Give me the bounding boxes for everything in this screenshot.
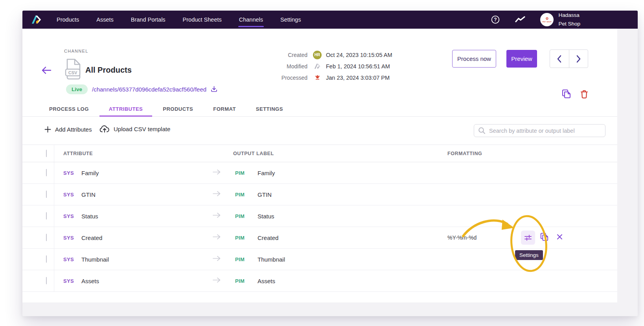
preview-button[interactable]: Preview bbox=[506, 50, 537, 68]
nav-right: ? ✿ PET SHOP Hadassa Pet Shop bbox=[491, 11, 580, 29]
feed-url-link[interactable]: /channels/65377d096cdefa52c9acf560/feed bbox=[92, 86, 206, 93]
tab-products[interactable]: PRODUCTS bbox=[163, 101, 193, 116]
settings-tooltip: Settings bbox=[515, 250, 543, 260]
next-channel-button[interactable] bbox=[569, 50, 588, 68]
meta-row-modified: Modified Feb 1, 2024 10:56:51 AM bbox=[276, 60, 392, 72]
nav-item-product-sheets[interactable]: Product Sheets bbox=[183, 11, 222, 29]
target-tag: PIM bbox=[235, 213, 245, 219]
attribute-name: Family bbox=[81, 170, 99, 176]
petshop-paw-icon: ✿ bbox=[546, 17, 549, 20]
table-row-created: SYS Created PIM Created %Y-%m-%d bbox=[22, 227, 617, 249]
upload-csv-button[interactable]: Upload CSV template bbox=[99, 125, 170, 133]
sliders-icon bbox=[524, 234, 532, 242]
process-now-button[interactable]: Process now bbox=[452, 50, 496, 68]
prev-channel-button[interactable] bbox=[550, 50, 569, 68]
add-attributes-button[interactable]: Add Attributes bbox=[44, 126, 92, 133]
avatar: ✿ PET SHOP bbox=[540, 13, 554, 26]
row-checkbox[interactable] bbox=[46, 234, 47, 241]
table-header: ATTRIBUTE OUTPUT LABEL FORMATTING bbox=[22, 145, 617, 162]
tab-process-log[interactable]: PROCESS LOG bbox=[49, 101, 89, 116]
attributes-table: ATTRIBUTE OUTPUT LABEL FORMATTING SYS Fa… bbox=[22, 145, 617, 292]
app-window: Products Assets Brand Portals Product Sh… bbox=[22, 11, 638, 316]
target-tag: PIM bbox=[235, 256, 245, 262]
badge-row: Live /channels/65377d096cdefa52c9acf560/… bbox=[66, 84, 217, 94]
avatar-label: PET SHOP bbox=[543, 21, 552, 23]
output-label: Family bbox=[258, 170, 275, 176]
meta-value: Feb 1, 2024 10:56:51 AM bbox=[326, 63, 390, 70]
status-badge: Live bbox=[66, 84, 88, 94]
nav-item-assets[interactable]: Assets bbox=[96, 11, 114, 29]
download-icon[interactable] bbox=[211, 86, 217, 94]
source-tag: SYS bbox=[63, 192, 74, 198]
source-tag: SYS bbox=[63, 256, 74, 262]
user-menu[interactable]: ✿ PET SHOP Hadassa Pet Shop bbox=[540, 11, 580, 28]
meta-label: Modified bbox=[276, 63, 307, 70]
channel-pager bbox=[550, 49, 588, 68]
search-input[interactable] bbox=[489, 128, 601, 134]
mapping-arrow-icon bbox=[212, 169, 221, 176]
channel-card: CHANNEL CSV All Products Live /channels/… bbox=[22, 29, 617, 302]
delete-channel-icon[interactable] bbox=[580, 90, 588, 100]
table-row: SYS Assets PIM Assets bbox=[22, 270, 617, 292]
tab-attributes[interactable]: ATTRIBUTES bbox=[109, 101, 143, 116]
target-tag: PIM bbox=[235, 192, 245, 198]
nav-item-channels[interactable]: Channels bbox=[239, 11, 263, 29]
row-checkbox[interactable] bbox=[46, 212, 47, 220]
tab-format[interactable]: FORMAT bbox=[213, 101, 236, 116]
source-tag: SYS bbox=[63, 278, 74, 284]
row-checkbox[interactable] bbox=[46, 277, 47, 284]
attribute-name: Thumbnail bbox=[81, 256, 109, 263]
plus-icon bbox=[44, 126, 51, 133]
output-label: Status bbox=[258, 213, 274, 220]
meta-row-created: Created HR Oct 24, 2023 10:15:05 AM bbox=[276, 49, 392, 60]
add-attributes-label: Add Attributes bbox=[55, 126, 92, 133]
activity-icon[interactable] bbox=[515, 16, 525, 23]
output-label: Assets bbox=[258, 278, 275, 284]
mapping-arrow-icon bbox=[212, 256, 221, 263]
row-duplicate-icon[interactable] bbox=[540, 233, 548, 243]
duplicate-channel-icon[interactable] bbox=[562, 89, 571, 100]
row-checkbox[interactable] bbox=[46, 169, 47, 176]
row-checkbox[interactable] bbox=[46, 255, 47, 263]
tab-settings[interactable]: SETTINGS bbox=[256, 101, 283, 116]
target-tag: PIM bbox=[235, 235, 245, 241]
upload-csv-label: Upload CSV template bbox=[114, 126, 170, 132]
source-tag: SYS bbox=[63, 235, 74, 241]
top-nav: Products Assets Brand Portals Product Sh… bbox=[22, 11, 638, 29]
creator-avatar: HR bbox=[313, 51, 322, 59]
target-tag: PIM bbox=[235, 278, 245, 284]
output-label: GTIN bbox=[258, 191, 272, 198]
back-arrow-icon[interactable] bbox=[41, 66, 52, 76]
target-tag: PIM bbox=[235, 170, 245, 176]
select-all-checkbox[interactable] bbox=[46, 150, 47, 157]
column-header-attribute: ATTRIBUTE bbox=[63, 151, 93, 156]
table-row: SYS GTIN PIM GTIN bbox=[22, 184, 617, 205]
petshop-mini-icon bbox=[312, 75, 322, 81]
nav-item-settings[interactable]: Settings bbox=[280, 11, 301, 29]
username: Hadassa Pet Shop bbox=[558, 11, 580, 28]
attribute-name: Assets bbox=[81, 278, 99, 284]
nav-menu: Products Assets Brand Portals Product Sh… bbox=[57, 11, 301, 29]
search-box bbox=[474, 124, 605, 137]
nav-item-brand-portals[interactable]: Brand Portals bbox=[131, 11, 166, 29]
nav-item-products[interactable]: Products bbox=[57, 11, 79, 29]
row-settings-button[interactable] bbox=[521, 231, 535, 245]
chevron-left-icon bbox=[557, 55, 562, 63]
csv-file-icon: CSV bbox=[64, 59, 82, 81]
meta-value: Jan 23, 2024 3:03:07 PM bbox=[326, 75, 390, 81]
tab-bar: PROCESS LOG ATTRIBUTES PRODUCTS FORMAT S… bbox=[22, 101, 617, 117]
column-header-output-label: OUTPUT LABEL bbox=[233, 151, 274, 156]
attributes-toolbar: Add Attributes Upload CSV template bbox=[22, 117, 617, 145]
row-checkbox[interactable] bbox=[46, 190, 47, 198]
attribute-name: Status bbox=[81, 213, 98, 220]
source-tag: SYS bbox=[63, 213, 74, 219]
csv-label: CSV bbox=[68, 70, 77, 75]
row-remove-icon[interactable] bbox=[557, 234, 563, 242]
mapping-arrow-icon bbox=[212, 212, 221, 220]
brand-logo-icon[interactable] bbox=[31, 11, 42, 29]
help-icon[interactable]: ? bbox=[491, 15, 500, 24]
attribute-name: GTIN bbox=[81, 191, 96, 198]
page-title: All Products bbox=[85, 66, 132, 75]
meta-label: Processed bbox=[276, 75, 307, 81]
attribute-name: Created bbox=[81, 234, 102, 241]
